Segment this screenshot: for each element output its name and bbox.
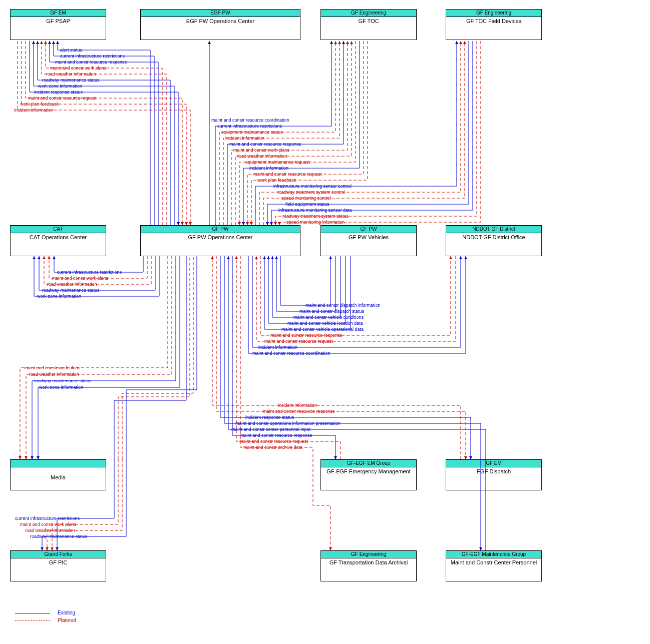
flow-label: maint and constr work plans <box>24 365 80 370</box>
legend-planned-label: Planned <box>58 617 76 623</box>
flow-label: infrastructure monitoring sensor data <box>278 208 352 213</box>
node-gf-tda: GF Engineering GF Transportation Data Ar… <box>320 550 417 581</box>
flow-label: maint and constr resource request <box>239 439 308 444</box>
flow-label: incident information <box>249 166 288 171</box>
node-nddot: NDDOT GF District NDDOT GF District Offi… <box>446 225 542 256</box>
flow-label: maint and constr work plans <box>233 148 289 153</box>
flow-label: incident information <box>225 136 264 141</box>
flow-label: work plan feedback <box>20 102 59 107</box>
flow-label: road weather information <box>29 372 79 377</box>
flow-label: maint and constr resource response <box>229 142 301 147</box>
node-header: GF EM <box>446 460 541 467</box>
flow-label: infrastructure monitoring sensor control <box>273 184 352 189</box>
flow-label: work plan feedback <box>257 178 296 183</box>
flow-label: maint and constr vehicle operational dat… <box>281 327 364 332</box>
node-gf-toc-field: GF Engineering GF TOC Field Devices <box>446 9 542 40</box>
node-body: NDDOT GF District Office <box>446 233 541 240</box>
flow-label: road weather information <box>46 72 96 77</box>
flow-label: incident information <box>258 345 297 350</box>
node-body: EGF PW Operations Center <box>141 17 300 24</box>
node-body: GF PSAP <box>11 17 106 24</box>
flow-label: maint and constr operations information … <box>235 421 341 426</box>
node-body: GF PIC <box>11 558 106 565</box>
flow-label: maint and constr work plans <box>20 522 76 527</box>
flow-label: roadway treatment system control <box>277 190 345 195</box>
flow-label: maint and constr resource response <box>263 409 335 414</box>
flow-label: maint and constr resource coordination <box>211 118 289 123</box>
node-gf-pw-ops: GF PW GF PW Operations Center <box>140 225 300 256</box>
node-header: GF Engineering <box>446 10 541 17</box>
node-egf-pw-ops: EGF PW EGF PW Operations Center <box>140 9 300 40</box>
node-header: GF-EGF EM Group <box>321 460 416 467</box>
node-header: GF-EGF Maintenance Group <box>446 551 541 558</box>
flow-label: road weather information <box>47 282 97 287</box>
node-body: GF PW Vehicles <box>321 233 416 240</box>
node-mccp: GF-EGF Maintenance Group Maint and Const… <box>446 550 542 581</box>
node-egf-dispatch: GF EM EGF Dispatch <box>446 459 542 490</box>
node-body: GF PW Operations Center <box>141 233 300 240</box>
node-header: CAT <box>11 226 106 233</box>
flow-label: roadway treatment system status <box>282 214 349 219</box>
flow-label: road weather information <box>237 154 287 159</box>
flow-label: roadway maintenance status <box>42 78 100 83</box>
node-body: GF Transportation Data Archival <box>321 558 416 565</box>
node-header <box>11 460 106 467</box>
flow-label: speed monitoring information <box>286 220 345 225</box>
node-body: Maint and Constr Center Personnel <box>446 558 541 565</box>
node-header: GF PW <box>321 226 416 233</box>
flow-label: equipment maintenance status <box>221 130 283 135</box>
flow-label: maint and constr resource request <box>253 172 322 177</box>
node-gf-egf-em: GF-EGF EM Group GF-EGF Emergency Managem… <box>320 459 417 490</box>
node-body: EGF Dispatch <box>446 467 541 474</box>
node-body: GF-EGF Emergency Management <box>321 467 416 474</box>
flow-label: maint and constr dispatch status <box>299 309 364 314</box>
flow-label: incident response status <box>34 90 83 95</box>
node-header: Grand Forks <box>11 551 106 558</box>
flow-label: maint and constr archive data <box>243 445 302 450</box>
node-body: GF TOC <box>321 17 416 24</box>
flow-label: roadway maintenance status <box>42 288 100 293</box>
node-gf-toc: GF Engineering GF TOC <box>320 9 417 40</box>
flow-label: roadway maintenance status <box>30 534 88 539</box>
flow-label: work zone information <box>38 84 82 89</box>
node-gf-pic: Grand Forks GF PIC <box>10 550 106 581</box>
flow-label: work zone information <box>39 385 83 390</box>
legend-existing-label: Existing <box>58 610 75 615</box>
flow-label: current infrastructure restrictions <box>15 516 80 521</box>
node-header: GF EM <box>11 10 106 17</box>
node-gf-pw-vehicles: GF PW GF PW Vehicles <box>320 225 417 256</box>
flow-label: roadway maintenance status <box>34 378 92 383</box>
node-header: GF Engineering <box>321 10 416 17</box>
flow-label: maint and constr dispatch information <box>305 303 381 308</box>
node-header: GF Engineering <box>321 551 416 558</box>
flow-label: maint and constr vehicle location data <box>287 321 363 326</box>
legend-existing-line <box>15 613 50 613</box>
flow-label: current infrastructure restrictions <box>217 124 282 129</box>
flow-label: work zone information <box>37 294 81 299</box>
flow-label: incident information <box>278 403 317 408</box>
flow-label: alert status <box>60 48 82 53</box>
flow-label: maint and constr resource response <box>55 60 127 65</box>
node-gf-psap: GF EM GF PSAP <box>10 9 106 40</box>
flow-label: maint and constr vehicle conditions <box>293 315 364 320</box>
flow-label: maint and constr resource coordination <box>252 351 331 356</box>
node-body: CAT Operations Center <box>11 233 106 240</box>
flow-label: current infrastructure restrictions <box>60 54 125 59</box>
legend-planned-line <box>15 620 50 621</box>
flow-label: field equipment status <box>285 202 330 207</box>
flow-label: speed monitoring control <box>281 196 331 201</box>
flow-label: maint and constr resource request <box>28 96 97 101</box>
node-media: Media <box>10 459 106 490</box>
node-body: Media <box>11 467 106 480</box>
flow-label: current infrastructure restrictions <box>57 270 122 275</box>
node-header: EGF PW <box>141 10 300 17</box>
flow-label: maint and constr center personnel input <box>231 427 310 432</box>
flow-label: road weather information <box>25 528 75 533</box>
node-header: GF PW <box>141 226 300 233</box>
node-cat-ops: CAT CAT Operations Center <box>10 225 106 256</box>
flow-label: maint and constr resource response <box>240 433 312 438</box>
node-header: NDDOT GF District <box>446 226 541 233</box>
flow-label: maint and constr work plans <box>50 66 106 71</box>
flow-label: incident response status <box>245 415 294 420</box>
flow-label: maint and constr resource response <box>270 333 343 338</box>
